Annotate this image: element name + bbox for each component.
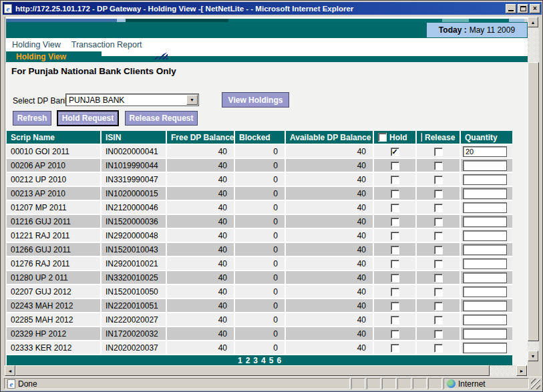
release-checkbox[interactable] (434, 190, 443, 198)
hold-all-checkbox[interactable] (378, 133, 387, 142)
quantity-input[interactable] (463, 258, 507, 269)
hold-checkbox[interactable] (391, 190, 399, 198)
pagination-page-link[interactable]: 2 (246, 356, 250, 365)
quantity-input[interactable] (463, 174, 507, 185)
hold-checkbox[interactable]: ✓ (391, 148, 399, 156)
hold-checkbox[interactable] (391, 302, 399, 311)
release-cell (417, 159, 461, 173)
hold-cell (374, 341, 417, 355)
arrow-up-icon: ▲ (531, 20, 536, 25)
isin-cell: IN1019990044 (102, 159, 167, 173)
hold-checkbox[interactable] (391, 204, 399, 212)
release-checkbox[interactable] (434, 260, 443, 268)
pagination-page-link[interactable]: 5 (269, 356, 274, 365)
view-holdings-button[interactable]: View Holdings (222, 92, 289, 108)
menu-item-transaction-report[interactable]: Transaction Report (71, 40, 142, 49)
vertical-scrollbar-thumb[interactable] (528, 62, 539, 341)
dp-bank-select[interactable]: PUNJAB BANK ▼ (65, 93, 199, 106)
quantity-input[interactable] (463, 343, 507, 353)
today-label: Today : (439, 25, 467, 35)
today-value: May 11 2009 (470, 25, 516, 35)
free-dp-balance-cell: 40 (167, 299, 235, 313)
scrip-name-cell: 02329 HP 2012 (7, 327, 102, 341)
release-checkbox[interactable] (434, 288, 443, 297)
horizontal-scrollbar-thumb[interactable] (15, 365, 490, 376)
pagination-page-link[interactable]: 1 (238, 356, 242, 365)
release-all-checkbox[interactable] (421, 133, 422, 142)
hold-checkbox[interactable] (391, 176, 399, 184)
quantity-input[interactable] (463, 329, 507, 339)
quantity-input[interactable] (463, 244, 507, 255)
quantity-input[interactable] (463, 272, 507, 283)
status-text: Done (18, 379, 37, 389)
release-checkbox[interactable] (434, 302, 443, 311)
scroll-left-button[interactable]: ◄ (5, 365, 15, 376)
table-row: 01216 GUJ 2011IN152000003640040 (7, 215, 512, 229)
release-checkbox[interactable] (434, 232, 443, 240)
pagination-page-link[interactable]: 4 (261, 356, 266, 365)
release-checkbox[interactable] (434, 204, 443, 212)
release-cell (417, 243, 461, 257)
release-request-button[interactable]: Release Request (125, 111, 198, 126)
release-checkbox[interactable] (434, 330, 443, 339)
hold-checkbox[interactable] (391, 232, 399, 240)
hold-checkbox[interactable] (391, 162, 399, 170)
chevron-down-icon: ▼ (190, 97, 194, 102)
blocked-cell: 0 (235, 285, 286, 299)
hold-checkbox[interactable] (391, 330, 399, 339)
free-dp-balance-cell: 40 (167, 327, 235, 341)
quantity-input[interactable] (463, 188, 507, 199)
release-checkbox[interactable] (434, 162, 443, 170)
hold-checkbox[interactable] (391, 344, 399, 353)
header-band: Today : May 11 2009 (6, 22, 528, 38)
status-pane-empty (428, 378, 442, 389)
quantity-cell (461, 327, 512, 341)
col-header-release: Release (417, 131, 461, 145)
quantity-input[interactable] (463, 315, 507, 325)
quantity-input[interactable] (463, 146, 507, 157)
release-checkbox[interactable] (434, 218, 443, 226)
hold-checkbox[interactable] (391, 288, 399, 297)
resize-grip[interactable] (531, 379, 540, 389)
status-pane-empty (413, 378, 427, 389)
hold-checkbox[interactable] (391, 274, 399, 282)
vertical-scrollbar[interactable]: ▲ ▼ (528, 17, 539, 361)
available-dp-balance-cell: 40 (286, 215, 374, 229)
release-checkbox[interactable] (434, 344, 443, 353)
menu-item-holding-view[interactable]: Holding View (12, 40, 61, 49)
release-checkbox[interactable] (434, 148, 443, 156)
refresh-button[interactable]: Refresh (13, 111, 51, 126)
quantity-input[interactable] (463, 230, 507, 241)
minimize-button[interactable] (506, 4, 516, 13)
scroll-down-button[interactable]: ▼ (528, 351, 538, 361)
hold-checkbox[interactable] (391, 316, 399, 325)
quantity-input[interactable] (463, 301, 507, 311)
hold-checkbox[interactable] (391, 260, 399, 268)
quantity-input[interactable] (463, 216, 507, 227)
quantity-cell (461, 145, 512, 159)
scroll-up-button[interactable]: ▲ (528, 17, 538, 27)
select-dropdown-button[interactable]: ▼ (186, 95, 198, 105)
release-checkbox[interactable] (434, 316, 443, 325)
release-cell (417, 285, 461, 299)
quantity-input[interactable] (463, 286, 507, 297)
close-button[interactable]: × (530, 4, 540, 13)
maximize-button[interactable] (518, 4, 528, 13)
release-checkbox[interactable] (434, 176, 443, 184)
isin-cell: IN2020020037 (102, 341, 167, 355)
quantity-input[interactable] (463, 202, 507, 213)
scroll-right-button[interactable]: ► (516, 365, 527, 376)
table-row: 02329 HP 2012IN172002003240040 (7, 327, 512, 341)
horizontal-scrollbar[interactable]: ◄ ► (5, 365, 527, 376)
pagination-page-link[interactable]: 3 (253, 356, 258, 365)
hold-cell (374, 243, 417, 257)
quantity-input[interactable] (463, 160, 507, 171)
quantity-cell (461, 159, 512, 173)
release-checkbox[interactable] (434, 246, 443, 254)
col-header-free-dp-balance: Free DP Balance (167, 131, 235, 145)
hold-checkbox[interactable] (391, 218, 399, 226)
release-checkbox[interactable] (434, 274, 443, 282)
hold-checkbox[interactable] (391, 246, 399, 254)
hold-request-button[interactable]: Hold Request (57, 110, 119, 126)
pagination-page-link[interactable]: 6 (277, 356, 281, 365)
